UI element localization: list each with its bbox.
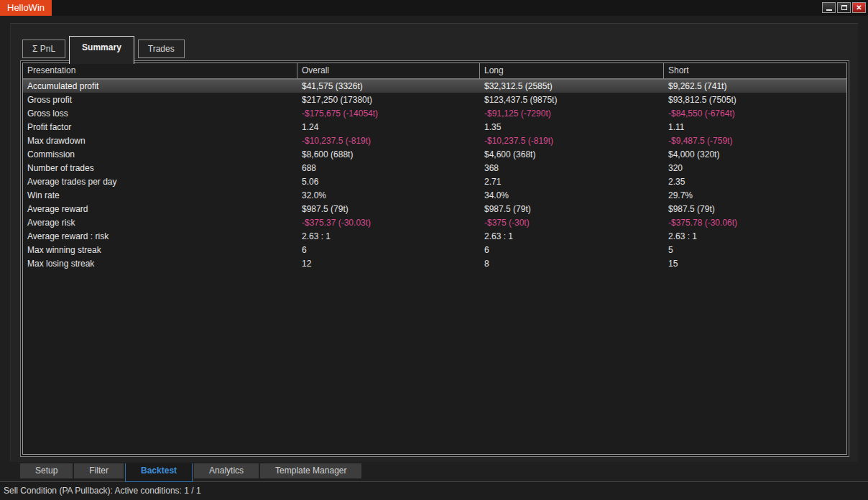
row-label: Max winning streak xyxy=(23,245,297,255)
cell-overall: -$175,675 (-14054t) xyxy=(297,108,480,119)
tab-trades[interactable]: Trades xyxy=(138,40,185,58)
tab-pnl[interactable]: Σ PnL xyxy=(22,40,65,58)
cell-long: -$375 (-30t) xyxy=(480,218,664,228)
tab-filter[interactable]: Filter xyxy=(74,463,124,478)
cell-overall: 12 xyxy=(297,259,480,269)
table-row[interactable]: Accumulated profit$41,575 (3326t)$32,312… xyxy=(23,79,846,93)
row-label: Profit factor xyxy=(23,122,297,132)
cell-long: $32,312.5 (2585t) xyxy=(480,81,664,91)
column-header-long[interactable]: Long xyxy=(480,63,664,78)
main-panel: Σ PnLSummaryTrades PresentationOverallLo… xyxy=(10,23,858,462)
cell-overall: 688 xyxy=(297,163,480,173)
row-label: Gross loss xyxy=(23,108,297,119)
tab-summary[interactable]: Summary xyxy=(69,36,134,64)
row-label: Number of trades xyxy=(23,163,297,173)
cell-short: -$375.78 (-30.06t) xyxy=(664,218,846,228)
cell-long: $4,600 (368t) xyxy=(480,149,664,159)
cell-short: $93,812.5 (7505t) xyxy=(664,95,846,105)
cell-long: $987.5 (79t) xyxy=(480,204,664,214)
cell-overall: 32.0% xyxy=(297,190,480,200)
table-row[interactable]: Commission$8,600 (688t)$4,600 (368t)$4,0… xyxy=(23,147,846,161)
minimize-icon xyxy=(826,9,832,11)
table-row[interactable]: Max losing streak12815 xyxy=(23,256,846,270)
window-controls: ✕ xyxy=(822,2,866,13)
cell-long: 6 xyxy=(480,245,664,255)
cell-short: 2.35 xyxy=(664,177,846,187)
cell-short: 29.7% xyxy=(664,190,846,200)
close-icon: ✕ xyxy=(856,3,862,12)
table-row[interactable]: Average reward$987.5 (79t)$987.5 (79t)$9… xyxy=(23,202,846,216)
close-button[interactable]: ✕ xyxy=(852,2,866,13)
table-row[interactable]: Profit factor1.241.351.11 xyxy=(23,120,846,134)
maximize-button[interactable] xyxy=(837,2,851,13)
table-row[interactable]: Max drawdown-$10,237.5 (-819t)-$10,237.5… xyxy=(23,134,846,147)
cell-short: 15 xyxy=(664,259,846,269)
table-header-row: PresentationOverallLongShort xyxy=(23,63,846,79)
cell-long: 368 xyxy=(480,163,664,173)
row-label: Average reward xyxy=(23,204,297,214)
cell-overall: -$375.37 (-30.03t) xyxy=(297,218,480,228)
table-row[interactable]: Average reward : risk2.63 : 12.63 : 12.6… xyxy=(23,229,846,243)
row-label: Win rate xyxy=(23,190,297,200)
table-row[interactable]: Max winning streak665 xyxy=(23,243,846,256)
row-label: Accumulated profit xyxy=(23,81,297,91)
tab-template-manager[interactable]: Template Manager xyxy=(260,463,361,478)
row-label: Max losing streak xyxy=(23,259,297,269)
table-row[interactable]: Gross loss-$175,675 (-14054t)-$91,125 (-… xyxy=(23,106,846,120)
cell-long: 2.63 : 1 xyxy=(480,231,664,241)
bottom-tab-strip: SetupFilterBacktestAnalyticsTemplate Man… xyxy=(20,463,363,482)
cell-short: -$84,550 (-6764t) xyxy=(664,108,846,119)
table-row[interactable]: Number of trades688368320 xyxy=(23,161,846,175)
row-label: Gross profit xyxy=(23,95,297,105)
cell-long: 8 xyxy=(480,259,664,269)
cell-overall: 6 xyxy=(297,245,480,255)
table-body: Accumulated profit$41,575 (3326t)$32,312… xyxy=(23,79,846,270)
cell-short: $9,262.5 (741t) xyxy=(664,81,846,91)
column-header-overall[interactable]: Overall xyxy=(297,63,480,78)
summary-table: PresentationOverallLongShort Accumulated… xyxy=(22,62,847,455)
maximize-icon xyxy=(841,5,847,10)
cell-short: 2.63 : 1 xyxy=(664,231,846,241)
table-row[interactable]: Average risk-$375.37 (-30.03t)-$375 (-30… xyxy=(23,216,846,229)
table-row[interactable]: Average trades per day5.062.712.35 xyxy=(23,175,846,188)
cell-short: 1.11 xyxy=(664,122,846,132)
table-row[interactable]: Win rate32.0%34.0%29.7% xyxy=(23,188,846,202)
status-bar: Sell Condition (PA Pullback): Active con… xyxy=(0,481,868,500)
cell-long: 1.35 xyxy=(480,122,664,132)
cell-overall: $8,600 (688t) xyxy=(297,149,480,159)
cell-short: -$9,487.5 (-759t) xyxy=(664,136,846,146)
cell-short: 5 xyxy=(664,245,846,255)
row-label: Commission xyxy=(23,149,297,159)
tab-analytics[interactable]: Analytics xyxy=(194,463,259,478)
cell-long: 2.71 xyxy=(480,177,664,187)
cell-overall: -$10,237.5 (-819t) xyxy=(297,136,480,146)
cell-short: 320 xyxy=(664,163,846,173)
cell-short: $987.5 (79t) xyxy=(664,204,846,214)
cell-long: $123,437.5 (9875t) xyxy=(480,95,664,105)
app-title: HelloWin xyxy=(0,0,52,16)
tab-setup[interactable]: Setup xyxy=(20,463,73,478)
row-label: Max drawdown xyxy=(23,136,297,146)
column-header-short[interactable]: Short xyxy=(664,63,846,78)
cell-overall: $987.5 (79t) xyxy=(297,204,480,214)
row-label: Average reward : risk xyxy=(23,231,297,241)
cell-overall: $41,575 (3326t) xyxy=(297,81,480,91)
minimize-button[interactable] xyxy=(822,2,836,13)
cell-overall: 1.24 xyxy=(297,122,480,132)
cell-short: $4,000 (320t) xyxy=(664,149,846,159)
column-header-presentation[interactable]: Presentation xyxy=(23,63,297,78)
cell-long: -$10,237.5 (-819t) xyxy=(480,136,664,146)
cell-overall: $217,250 (17380t) xyxy=(297,95,480,105)
row-label: Average trades per day xyxy=(23,177,297,187)
row-label: Average risk xyxy=(23,218,297,228)
cell-overall: 2.63 : 1 xyxy=(297,231,480,241)
table-row[interactable]: Gross profit$217,250 (17380t)$123,437.5 … xyxy=(23,93,846,106)
cell-long: -$91,125 (-7290t) xyxy=(480,108,664,119)
cell-long: 34.0% xyxy=(480,190,664,200)
top-tab-strip: Σ PnLSummaryTrades xyxy=(22,36,188,64)
cell-overall: 5.06 xyxy=(297,177,480,187)
tab-backtest[interactable]: Backtest xyxy=(125,463,193,482)
window-titlebar: HelloWin ✕ xyxy=(0,0,868,16)
status-text: Sell Condition (PA Pullback): Active con… xyxy=(4,486,201,496)
